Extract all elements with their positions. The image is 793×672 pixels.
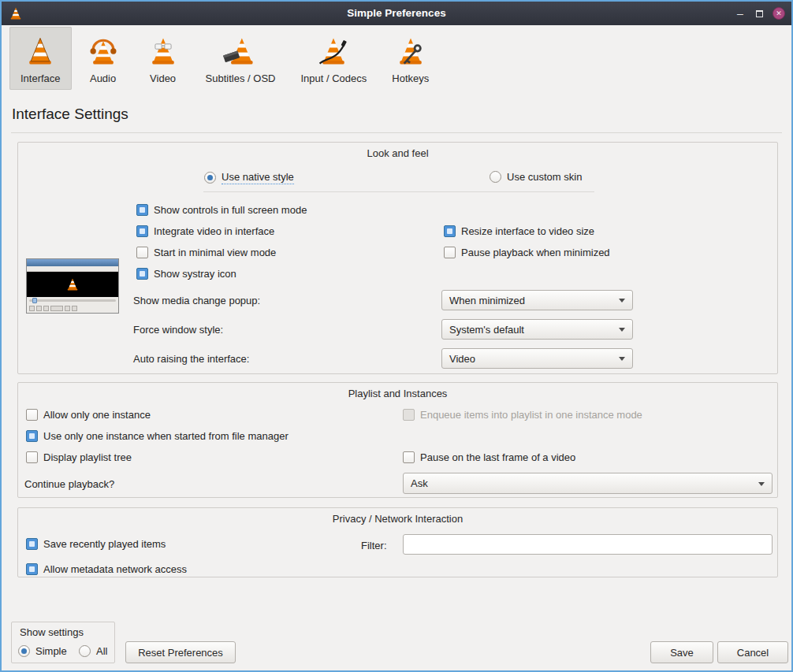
heading-divider bbox=[11, 132, 782, 133]
combo-value: Ask bbox=[411, 477, 428, 489]
checkbox-show-controls-fullscreen[interactable]: Show controls in full screen mode bbox=[136, 204, 307, 216]
checkbox-resize-interface[interactable]: Resize interface to video size bbox=[444, 225, 594, 237]
toolbar-item-label: Video bbox=[150, 72, 176, 84]
checkbox-box bbox=[444, 247, 456, 258]
radio-circle bbox=[490, 171, 501, 183]
vlc-window-preview-image bbox=[26, 258, 119, 314]
interface-cone-icon bbox=[23, 34, 58, 69]
checkbox-show-systray[interactable]: Show systray icon bbox=[136, 268, 236, 280]
radio-label: All bbox=[96, 645, 107, 657]
preview-cone-icon bbox=[65, 277, 80, 292]
checkbox-box bbox=[403, 451, 415, 463]
close-button[interactable]: ✕ bbox=[773, 7, 785, 20]
checkbox-box bbox=[136, 204, 148, 216]
checkbox-box bbox=[26, 563, 38, 575]
checkbox-label: Resize interface to video size bbox=[461, 225, 594, 237]
toolbar-item-interface[interactable]: Interface bbox=[9, 27, 72, 90]
auto-raising-combo[interactable]: Video bbox=[441, 348, 633, 369]
checkbox-display-playlist-tree[interactable]: Display playlist tree bbox=[26, 451, 132, 463]
checkbox-pause-last-frame[interactable]: Pause on the last frame of a video bbox=[403, 451, 575, 463]
checkbox-one-instance-file-manager[interactable]: Use only one instance when started from … bbox=[26, 430, 289, 442]
save-button[interactable]: Save bbox=[650, 641, 713, 663]
minimize-button[interactable]: – bbox=[735, 8, 746, 19]
checkbox-integrate-video[interactable]: Integrate video in interface bbox=[136, 225, 274, 237]
checkbox-enqueue-one-instance: Enqueue items into playlist in one insta… bbox=[403, 409, 642, 421]
reset-preferences-button[interactable]: Reset Preferences bbox=[125, 641, 236, 663]
checkbox-box bbox=[136, 268, 148, 280]
filter-label: Filter: bbox=[361, 540, 387, 551]
checkbox-label: Use only one instance when started from … bbox=[43, 430, 289, 442]
checkbox-box bbox=[444, 225, 456, 237]
preview-video-area bbox=[27, 272, 118, 297]
preview-menubar bbox=[27, 266, 118, 272]
radio-use-custom-skin[interactable]: Use custom skin bbox=[490, 171, 582, 183]
checkbox-allow-one-instance[interactable]: Allow only one instance bbox=[26, 409, 151, 421]
checkbox-label: Pause playback when minimized bbox=[461, 247, 610, 258]
checkbox-box bbox=[26, 409, 38, 421]
filter-input[interactable] bbox=[403, 534, 773, 555]
toolbar-item-label: Input / Codecs bbox=[300, 72, 367, 84]
window-style-combo[interactable]: System's default bbox=[441, 319, 633, 340]
continue-playback-label: Continue playback? bbox=[24, 478, 114, 490]
checkbox-label: Start in minimal view mode bbox=[154, 247, 276, 258]
checkbox-pause-when-minimized[interactable]: Pause playback when minimized bbox=[444, 247, 610, 258]
toolbar-item-audio[interactable]: Audio bbox=[75, 27, 132, 90]
titlebar[interactable]: Simple Preferences – ✕ bbox=[2, 2, 791, 25]
combo-value: System's default bbox=[449, 324, 524, 336]
window-title: Simple Preferences bbox=[2, 2, 791, 25]
radio-label: Use custom skin bbox=[507, 171, 582, 183]
checkbox-box bbox=[26, 430, 38, 442]
radio-circle bbox=[204, 172, 216, 184]
toolbar-item-video[interactable]: Video bbox=[135, 27, 192, 90]
group-show-settings: Show settings Simple All bbox=[11, 622, 115, 663]
window-style-label: Force window style: bbox=[133, 324, 223, 336]
media-change-popup-label: Show media change popup: bbox=[133, 295, 260, 306]
radio-circle bbox=[18, 645, 30, 657]
hotkeys-cone-icon bbox=[393, 34, 428, 69]
restore-button[interactable] bbox=[754, 8, 765, 19]
subtitles-cone-icon bbox=[223, 34, 258, 69]
checkbox-box bbox=[403, 409, 415, 421]
auto-raising-label: Auto raising the interface: bbox=[133, 353, 249, 365]
group-title: Privacy / Network Interaction bbox=[18, 513, 777, 525]
window-controls: – ✕ bbox=[735, 2, 785, 25]
combo-value: When minimized bbox=[449, 295, 525, 306]
toolbar-item-hotkeys[interactable]: Hotkeys bbox=[381, 27, 440, 90]
restore-icon bbox=[756, 10, 763, 17]
audio-headphones-cone-icon bbox=[86, 34, 121, 69]
style-separator bbox=[203, 191, 594, 192]
combo-value: Video bbox=[449, 353, 475, 365]
group-title: Look and feel bbox=[18, 147, 777, 159]
show-settings-title: Show settings bbox=[20, 626, 84, 638]
continue-playback-combo[interactable]: Ask bbox=[403, 473, 773, 494]
toolbar-item-input-codecs[interactable]: Input / Codecs bbox=[289, 27, 378, 90]
checkbox-box bbox=[136, 225, 148, 237]
toolbar-item-subtitles-osd[interactable]: Subtitles / OSD bbox=[195, 27, 287, 90]
page-title: Interface Settings bbox=[12, 106, 128, 123]
checkbox-box bbox=[26, 451, 38, 463]
checkbox-metadata-network-access[interactable]: Allow metadata network access bbox=[26, 563, 187, 575]
simple-preferences-window: Simple Preferences – ✕ Interface bbox=[0, 0, 793, 672]
checkbox-box bbox=[136, 247, 148, 258]
input-codecs-cone-icon bbox=[316, 34, 351, 69]
group-title: Playlist and Instances bbox=[18, 388, 777, 399]
checkbox-label: Allow only one instance bbox=[43, 409, 151, 421]
media-change-popup-combo[interactable]: When minimized bbox=[441, 290, 633, 310]
preview-controls bbox=[27, 303, 118, 313]
toolbar-item-label: Interface bbox=[20, 72, 61, 84]
toolbar-item-label: Subtitles / OSD bbox=[206, 72, 276, 84]
checkbox-box bbox=[26, 538, 38, 550]
radio-simple[interactable]: Simple bbox=[18, 645, 67, 657]
checkbox-label: Allow metadata network access bbox=[43, 563, 187, 575]
checkbox-save-recently-played[interactable]: Save recently played items bbox=[26, 538, 166, 550]
category-toolbar: Interface Audio bbox=[9, 27, 440, 90]
video-glasses-cone-icon bbox=[146, 34, 181, 69]
checkbox-label: Show controls in full screen mode bbox=[154, 204, 307, 216]
cancel-button[interactable]: Cancel bbox=[717, 641, 788, 663]
checkbox-minimal-view[interactable]: Start in minimal view mode bbox=[136, 247, 276, 258]
checkbox-label: Display playlist tree bbox=[43, 451, 132, 463]
radio-label: Simple bbox=[35, 645, 67, 657]
radio-use-native-style[interactable]: Use native style bbox=[204, 171, 294, 184]
radio-all[interactable]: All bbox=[79, 645, 107, 657]
group-look-and-feel: Look and feel Use native style Use custo… bbox=[17, 142, 778, 374]
